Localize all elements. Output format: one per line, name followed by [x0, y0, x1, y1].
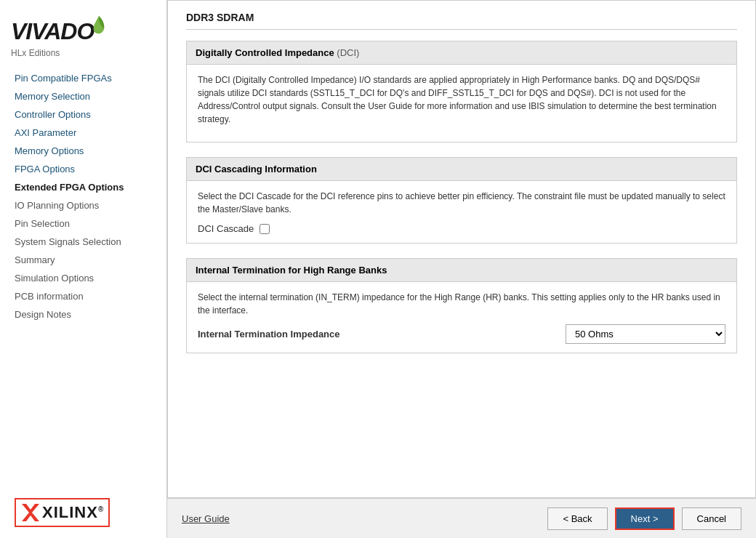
dci-cascade-checkbox[interactable] — [260, 224, 270, 234]
dci-section: Digitally Controlled Impedance (DCI) The… — [186, 41, 737, 142]
main-content: DDR3 SDRAM Digitally Controlled Impedanc… — [167, 0, 756, 498]
dci-cascade-label: DCI Cascade — [198, 223, 254, 234]
xilinx-wordmark: XILINX® — [42, 503, 104, 522]
dci-section-description: The DCI (Digitally Controlled Impedance)… — [198, 73, 725, 126]
dci-cascading-description: Select the DCI Cascade for the DCI refer… — [198, 190, 725, 216]
sidebar-item-memory-selection[interactable]: Memory Selection — [0, 87, 166, 105]
page-title: DDR3 SDRAM — [186, 12, 737, 30]
termination-impedance-label: Internal Termination Impedance — [198, 329, 340, 340]
sidebar-item-system-signals-selection[interactable]: System Signals Selection — [0, 233, 166, 251]
sidebar-item-io-planning-options[interactable]: IO Planning Options — [0, 196, 166, 214]
xilinx-x-icon — [20, 502, 41, 523]
vivado-leaf-icon — [91, 15, 107, 36]
bottom-right-buttons: < Back Next > Cancel — [547, 507, 741, 530]
sidebar-item-summary[interactable]: Summary — [0, 251, 166, 269]
bottom-left: User Guide — [182, 513, 230, 524]
internal-termination-description: Select the internal termination (IN_TERM… — [198, 291, 725, 317]
sidebar-item-design-notes[interactable]: Design Notes — [0, 305, 166, 324]
termination-impedance-select[interactable]: 50 Ohms 75 Ohms 100 Ohms 150 Ohms Disabl… — [566, 324, 725, 344]
sidebar-item-controller-options[interactable]: Controller Options — [0, 105, 166, 124]
sidebar-item-pin-compatible[interactable]: Pin Compatible FPGAs — [0, 69, 166, 87]
sidebar-item-pcb-information[interactable]: PCB information — [0, 287, 166, 305]
sidebar-navigation: Pin Compatible FPGAs Memory Selection Co… — [0, 65, 166, 327]
sidebar-item-memory-options[interactable]: Memory Options — [0, 142, 166, 160]
sidebar-item-pin-selection[interactable]: Pin Selection — [0, 214, 166, 233]
cancel-button[interactable]: Cancel — [682, 507, 741, 530]
sidebar-item-extended-fpga-options[interactable]: Extended FPGA Options — [0, 178, 166, 196]
bottom-bar: User Guide < Back Next > Cancel — [167, 498, 756, 538]
internal-termination-section-header: Internal Termination for High Range Bank… — [187, 259, 736, 282]
internal-termination-section: Internal Termination for High Range Bank… — [186, 258, 737, 353]
dci-section-header: Digitally Controlled Impedance (DCI) — [187, 41, 736, 65]
hlx-editions-label: HLx Editions — [11, 48, 156, 58]
user-guide-button[interactable]: User Guide — [182, 513, 230, 524]
sidebar: VIVADO HLx Editions Pin Compatible FPGAs — [0, 0, 167, 538]
sidebar-item-simulation-options[interactable]: Simulation Options — [0, 269, 166, 287]
dci-cascading-section: DCI Cascading Information Select the DCI… — [186, 157, 737, 244]
sidebar-item-axi-parameter[interactable]: AXI Parameter — [0, 124, 166, 142]
next-button[interactable]: Next > — [615, 507, 675, 530]
dci-cascading-section-header: DCI Cascading Information — [187, 158, 736, 181]
vivado-logo: VIVADO HLx Editions — [0, 7, 166, 65]
sidebar-item-fpga-options[interactable]: FPGA Options — [0, 160, 166, 178]
back-button[interactable]: < Back — [547, 507, 607, 530]
xilinx-logo: XILINX® — [0, 487, 166, 538]
vivado-wordmark: VIVADO — [11, 18, 94, 44]
